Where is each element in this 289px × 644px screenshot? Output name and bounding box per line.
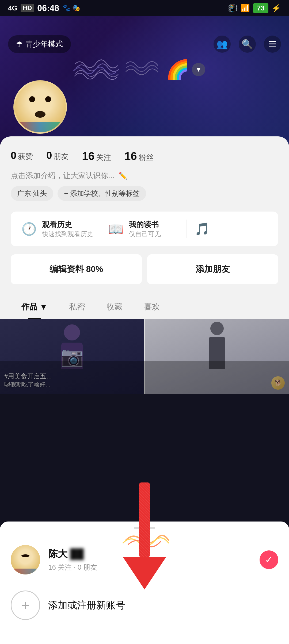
- status-left: 4G HD 06:48 🐾 🎭: [8, 3, 80, 13]
- dog-scarf: [15, 122, 66, 132]
- add-account-circle: +: [11, 591, 40, 620]
- dog-eye-right: [45, 96, 51, 102]
- stat-following[interactable]: 16 关注: [82, 150, 111, 163]
- banner-decoration: 🌈 ▼: [70, 53, 289, 86]
- extra-icons: 🐾 🎭: [62, 4, 80, 12]
- friends-count: 0: [46, 150, 52, 161]
- bio-text: 点击添加介绍，让大家认识你...: [11, 171, 114, 181]
- history-sub: 快速找到观看历史: [42, 230, 93, 238]
- account-info: 陈大 ██ 16 关注 · 0 朋友: [48, 547, 252, 572]
- active-account-check: ✓: [260, 550, 278, 569]
- scribble-decoration: [70, 53, 123, 86]
- hd-indicator: HD: [21, 4, 34, 12]
- edit-bio-icon[interactable]: ✏️: [119, 172, 127, 180]
- edit-profile-button[interactable]: 编辑资料 80%: [11, 254, 142, 284]
- following-label: 关注: [96, 152, 111, 163]
- add-account-item[interactable]: + 添加或注册新账号: [0, 582, 289, 628]
- followers-label: 粉丝: [139, 152, 154, 163]
- status-bar: 4G HD 06:48 🐾 🎭 📳 📶 73 ⚡: [0, 0, 289, 16]
- stats-row: 0 获赞 0 朋友 16 关注 16 粉丝: [11, 147, 278, 163]
- account-item[interactable]: 陈大 ██ 16 关注 · 0 朋友 ✓: [0, 537, 289, 582]
- action-buttons: 编辑资料 80% 添加朋友: [11, 254, 278, 284]
- friends-label: 朋友: [54, 151, 69, 162]
- tab-works-label: 作品: [21, 301, 37, 312]
- wifi-icon: 📶: [241, 4, 250, 13]
- likes-label: 获赞: [18, 151, 33, 162]
- sheet-handle: [134, 527, 155, 529]
- account-name: 陈大 ██: [48, 547, 252, 561]
- dropdown-arrow[interactable]: ▼: [192, 63, 205, 76]
- following-count: 16: [82, 150, 94, 163]
- umbrella-icon: ☂: [16, 40, 23, 49]
- bolt-icon: ⚡: [272, 4, 281, 13]
- reading-icon: 📖: [108, 222, 123, 236]
- friends-icon: 👥: [216, 39, 228, 49]
- quick-links: 🕐 观看历史 快速找到观看历史 📖 我的读书 仅自己可见 🎵: [11, 212, 278, 246]
- reading-sub: 仅自己可见: [129, 230, 161, 238]
- tab-favorites-label: 收藏: [107, 301, 123, 312]
- add-friend-button[interactable]: 添加朋友: [147, 254, 278, 284]
- history-icon: 🕐: [21, 222, 37, 236]
- add-account-label: 添加或注册新账号: [48, 599, 125, 612]
- tags-row: 广东·汕头 + 添加学校、性别等标签: [11, 186, 278, 201]
- history-link[interactable]: 🕐 观看历史 快速找到观看历史: [16, 220, 100, 238]
- likes-count: 0: [11, 150, 16, 161]
- add-tag-button[interactable]: + 添加学校、性别等标签: [58, 186, 146, 201]
- tab-private-label: 私密: [69, 301, 85, 312]
- tab-private[interactable]: 私密: [58, 295, 96, 319]
- account-avatar: [11, 545, 40, 574]
- avatar-image: [15, 82, 66, 132]
- account-meta-text: 16 关注 · 0 朋友: [48, 563, 97, 571]
- account-name-blur: ██: [70, 548, 84, 559]
- youth-mode-button[interactable]: ☂ 青少年模式: [8, 35, 71, 53]
- bottom-sheet-overlay: 陈大 ██ 16 关注 · 0 朋友 ✓ + 添加或注册新账号: [0, 522, 289, 644]
- reading-text: 我的读书 仅自己可见: [129, 220, 161, 238]
- account-name-text: 陈大: [48, 548, 67, 559]
- tab-works[interactable]: 作品 ▼: [11, 295, 58, 319]
- followers-count: 16: [124, 150, 137, 163]
- status-right: 📳 📶 73 ⚡: [228, 3, 281, 13]
- stat-friends[interactable]: 0 朋友: [46, 150, 69, 163]
- history-title: 观看历史: [42, 220, 93, 230]
- tabs-row: 作品 ▼ 私密 收藏 喜欢: [11, 295, 278, 319]
- account-avatar-image: [11, 545, 40, 574]
- top-nav: ☂ 青少年模式 👥 🔍 ☰: [0, 32, 289, 56]
- avatar-area: [13, 80, 67, 134]
- friends-button[interactable]: 👥: [214, 36, 231, 53]
- menu-icon: ☰: [268, 39, 276, 49]
- location-tag[interactable]: 广东·汕头: [11, 186, 53, 201]
- scribble-decoration-2: [123, 56, 163, 83]
- vibrate-icon: 📳: [228, 4, 237, 13]
- youth-mode-label: 青少年模式: [25, 39, 63, 49]
- account-meta: 16 关注 · 0 朋友: [48, 563, 252, 572]
- hero-section: ☂ 青少年模式 👥 🔍 ☰: [0, 16, 289, 144]
- dog-nose: [35, 111, 45, 118]
- tab-dropdown-icon: ▼: [40, 302, 48, 312]
- bio-row[interactable]: 点击添加介绍，让大家认识你... ✏️: [11, 171, 278, 181]
- search-icon: 🔍: [242, 39, 253, 49]
- battery-icon: 73: [253, 3, 268, 13]
- stat-followers[interactable]: 16 粉丝: [124, 150, 154, 163]
- dog-eye-left: [29, 96, 35, 102]
- reading-link[interactable]: 📖 我的读书 仅自己可见: [103, 220, 187, 238]
- tab-favorites[interactable]: 收藏: [96, 295, 133, 319]
- check-icon: ✓: [265, 554, 273, 565]
- network-indicator: 4G: [8, 4, 17, 12]
- rainbow-decoration: 🌈: [166, 59, 189, 80]
- dog-eyes: [15, 96, 66, 102]
- nav-icons: 👥 🔍 ☰: [214, 36, 281, 53]
- avatar[interactable]: [13, 80, 67, 134]
- music-link[interactable]: 🎵: [189, 220, 273, 238]
- profile-content: 0 获赞 0 朋友 16 关注 16 粉丝 点击添加介绍，让大家认识你... ✏…: [0, 136, 289, 319]
- music-icon: 🎵: [195, 222, 210, 236]
- search-button[interactable]: 🔍: [239, 36, 256, 53]
- history-text: 观看历史 快速找到观看历史: [42, 220, 93, 238]
- tab-likes[interactable]: 喜欢: [133, 295, 171, 319]
- add-tag-label: + 添加学校、性别等标签: [64, 189, 139, 198]
- bottom-sheet: 陈大 ██ 16 关注 · 0 朋友 ✓ + 添加或注册新账号: [0, 522, 289, 644]
- reading-title: 我的读书: [129, 220, 161, 230]
- menu-button[interactable]: ☰: [264, 36, 281, 53]
- stat-likes[interactable]: 0 获赞: [11, 150, 33, 163]
- plus-icon: +: [21, 597, 29, 613]
- tab-likes-label: 喜欢: [144, 301, 160, 312]
